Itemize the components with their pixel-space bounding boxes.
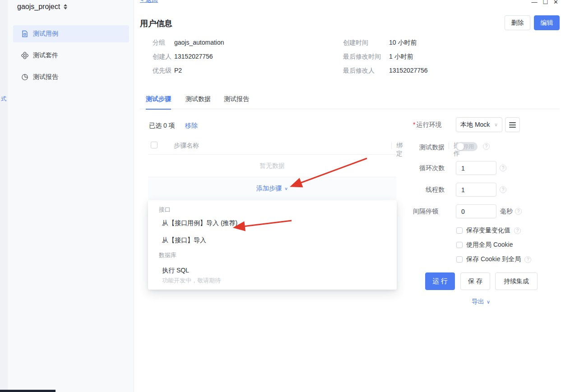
info-value: 13152027756 — [389, 67, 428, 74]
test-suite-icon — [21, 52, 28, 59]
back-chevron-icon: < — [140, 0, 144, 3]
export-label: 导出 — [472, 298, 484, 306]
main-panel: < 返回 — ☐ ✕ 用户信息 删除 编辑 分组 gaojs_automatio… — [134, 0, 561, 392]
help-icon[interactable]: ? — [514, 227, 521, 234]
steps-table-header: 步骤名称 绑定 操作 — [148, 137, 396, 155]
help-icon[interactable]: ? — [515, 208, 522, 215]
interval-label: 间隔停顿 — [413, 208, 438, 216]
save-variable-checkbox[interactable] — [456, 227, 463, 234]
tab-test-data[interactable]: 测试数据 — [185, 95, 211, 109]
left-edge-rail: 式 — [0, 0, 8, 392]
menu-item-import-from-api[interactable]: 从【接口】导入 — [162, 236, 206, 244]
empty-table-message: 暂无数据 — [148, 155, 396, 177]
test-report-icon — [21, 74, 28, 81]
info-label: 分组 — [153, 39, 165, 47]
column-header: 步骤名称 — [174, 142, 199, 150]
add-step-dropdown-trigger[interactable]: 添加步骤 ∨ — [148, 178, 396, 199]
project-switch-icon — [64, 4, 67, 9]
bottom-edge-bar — [0, 390, 56, 392]
tab-test-report[interactable]: 测试报告 — [224, 95, 249, 109]
toggle-knob — [457, 143, 464, 150]
save-button[interactable]: 保 存 — [460, 272, 490, 290]
collapsed-panel-text: 式 — [1, 95, 6, 103]
info-value: 13152027756 — [174, 53, 213, 60]
info-label: 创建时间 — [343, 39, 368, 47]
project-name: gaojs_project — [17, 3, 60, 11]
thread-count-label: 线程数 — [426, 186, 445, 194]
tab-test-steps[interactable]: 测试步骤 — [146, 95, 171, 110]
sidebar-item-label: 测试报告 — [33, 73, 58, 81]
loop-count-label: 循环次数 — [419, 164, 445, 172]
run-button[interactable]: 运 行 — [425, 272, 455, 290]
interval-unit: 毫秒 — [500, 208, 513, 216]
toggle-state-label: 停用 — [463, 143, 474, 151]
tab-bar: 测试步骤 测试数据 测试报告 — [140, 92, 560, 109]
checkbox-label: 保存 Cookie 到全局 — [466, 255, 521, 263]
menu-item-import-from-api-case[interactable]: 从【接口用例】导入 (推荐) — [162, 219, 237, 227]
use-global-cookie-checkbox[interactable] — [456, 242, 463, 248]
sidebar-item-label: 测试用例 — [33, 30, 58, 38]
info-label: 最后修改时间 — [343, 53, 381, 61]
env-config-button[interactable] — [505, 117, 520, 132]
checkbox-label: 保存变量变化值 — [466, 226, 510, 235]
save-cookie-option: 保存 Cookie 到全局 ? — [456, 255, 531, 263]
help-icon[interactable]: ? — [500, 186, 506, 193]
chevron-down-icon: ∨ — [487, 299, 490, 305]
test-case-icon — [21, 30, 28, 37]
sidebar-item-test-suite[interactable]: 测试套件 — [13, 47, 129, 64]
chevron-down-icon: ∨ — [284, 186, 288, 191]
run-env-label: *运行环境 — [413, 121, 441, 129]
export-dropdown[interactable]: 导出 ∨ — [472, 298, 490, 306]
chevron-down-icon: ∨ — [494, 122, 498, 128]
delete-button[interactable]: 删除 — [505, 15, 530, 30]
selected-count: 已选 0 项 — [149, 122, 175, 130]
close-icon[interactable]: ✕ — [553, 0, 558, 5]
project-switcher[interactable]: gaojs_project — [17, 3, 67, 11]
save-cookie-checkbox[interactable] — [456, 256, 463, 263]
run-env-value: 本地 Mock — [460, 121, 490, 129]
back-link[interactable]: < 返回 — [140, 0, 158, 4]
info-label: 最后修改人 — [343, 67, 375, 75]
menu-item-execute-sql-subtext: 功能开发中，敬请期待 — [162, 277, 221, 285]
page-title: 用户信息 — [140, 18, 172, 29]
required-asterisk: * — [413, 121, 415, 128]
menu-group-database: 数据库 — [159, 251, 176, 259]
info-value: P2 — [174, 67, 182, 74]
ci-button[interactable]: 持续集成 — [495, 272, 538, 290]
loop-count-input[interactable] — [456, 161, 496, 175]
save-variable-option: 保存变量变化值 ? — [456, 226, 521, 235]
help-icon[interactable]: ? — [483, 143, 490, 150]
sidebar-item-test-case[interactable]: 测试用例 — [13, 25, 129, 42]
sidebar: gaojs_project 测试用例 测试套件 — [8, 0, 134, 392]
app-window: 式 gaojs_project 测试用例 测试套件 — [0, 0, 561, 392]
info-value: 10 小时前 — [389, 39, 417, 47]
test-data-toggle[interactable]: 停用 — [456, 142, 478, 151]
column-divider — [449, 142, 449, 149]
add-step-menu: 接口 从【接口用例】导入 (推荐) 从【接口】导入 数据库 执行 SQL 功能开… — [148, 200, 397, 290]
info-label: 优先级 — [153, 67, 172, 75]
info-value: 1 小时前 — [389, 53, 413, 61]
thread-count-input[interactable] — [456, 183, 496, 197]
help-icon[interactable]: ? — [524, 256, 531, 263]
column-divider — [391, 142, 392, 149]
select-all-checkbox[interactable] — [151, 142, 158, 148]
global-cookie-option: 使用全局 Cookie — [456, 241, 513, 249]
sidebar-item-test-report[interactable]: 测试报告 — [13, 69, 129, 86]
menu-group-api: 接口 — [159, 206, 171, 214]
hamburger-icon — [509, 122, 516, 123]
edit-button[interactable]: 编辑 — [534, 15, 560, 30]
sidebar-item-label: 测试套件 — [33, 51, 58, 60]
minimize-icon[interactable]: — — [531, 0, 537, 5]
info-value: gaojs_automation — [174, 39, 224, 46]
column-header: 绑定 — [396, 142, 403, 158]
maximize-icon[interactable]: ☐ — [542, 0, 548, 5]
remove-link[interactable]: 移除 — [185, 122, 198, 130]
info-label: 创建人 — [153, 53, 172, 61]
add-step-label: 添加步骤 — [256, 184, 282, 193]
test-data-label: 测试数据 — [419, 143, 445, 152]
interval-input[interactable] — [456, 204, 496, 218]
menu-item-execute-sql[interactable]: 执行 SQL — [162, 267, 189, 275]
window-controls: — ☐ ✕ — [531, 0, 558, 5]
run-env-select[interactable]: 本地 Mock ∨ — [456, 117, 502, 132]
help-icon[interactable]: ? — [500, 165, 506, 171]
